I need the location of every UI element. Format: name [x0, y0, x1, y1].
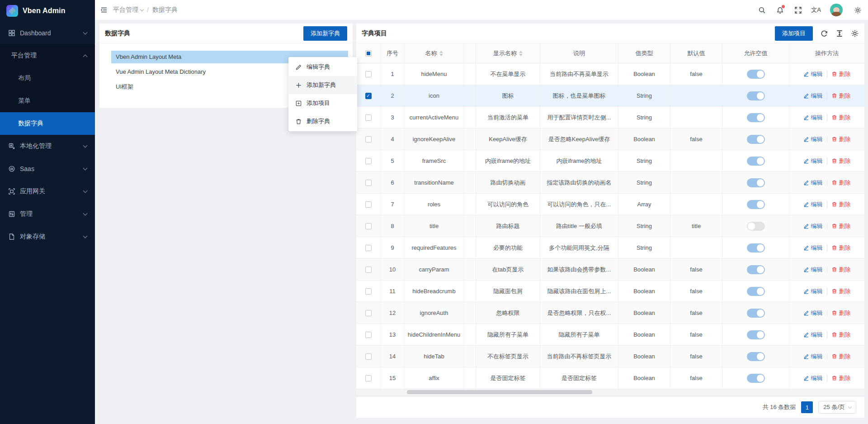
delete-link[interactable]: 删除: [831, 135, 851, 143]
avatar[interactable]: [830, 4, 843, 16]
gear-icon[interactable]: [854, 6, 862, 14]
row-checkbox[interactable]: [365, 201, 372, 208]
sidebar-item-9[interactable]: 对象存储: [0, 225, 95, 248]
allow-empty-toggle[interactable]: [747, 287, 765, 296]
edit-link[interactable]: 编辑: [803, 70, 823, 78]
allow-empty-toggle[interactable]: [747, 330, 765, 339]
select-all-checkbox[interactable]: [365, 50, 372, 57]
delete-link[interactable]: 删除: [831, 287, 851, 295]
search-icon[interactable]: [758, 6, 766, 14]
sidebar-item-6[interactable]: Saas: [0, 157, 95, 180]
allow-empty-toggle[interactable]: [747, 135, 765, 144]
sidebar-subitem-4[interactable]: 数据字典: [0, 112, 95, 135]
context-menu-item[interactable]: 添加项目: [288, 94, 357, 112]
delete-link[interactable]: 删除: [831, 157, 851, 165]
edit-link[interactable]: 编辑: [803, 374, 823, 382]
sidebar-subitem-2[interactable]: 布局: [0, 67, 95, 90]
panel-title: 数据字典: [105, 29, 130, 38]
allow-empty-toggle[interactable]: [747, 91, 765, 100]
fullscreen-icon[interactable]: [794, 6, 802, 14]
row-checkbox[interactable]: [365, 71, 372, 77]
delete-link[interactable]: 删除: [831, 179, 851, 187]
edit-link[interactable]: 编辑: [803, 309, 823, 317]
sidebar-item-5[interactable]: 本地化管理: [0, 135, 95, 157]
edit-link[interactable]: 编辑: [803, 92, 823, 100]
sidebar-item-7[interactable]: 应用网关: [0, 180, 95, 203]
delete-link[interactable]: 删除: [831, 266, 851, 274]
edit-link[interactable]: 编辑: [803, 200, 823, 209]
sidebar-subitem-3[interactable]: 菜单: [0, 90, 95, 112]
row-checkbox[interactable]: [365, 267, 372, 273]
edit-link[interactable]: 编辑: [803, 331, 823, 339]
row-checkbox[interactable]: [365, 114, 372, 121]
breadcrumb-item-platform[interactable]: 平台管理: [113, 6, 143, 14]
edit-link[interactable]: 编辑: [803, 114, 823, 122]
row-checkbox[interactable]: [365, 136, 372, 143]
delete-link[interactable]: 删除: [831, 353, 851, 361]
delete-link[interactable]: 删除: [831, 244, 851, 252]
row-height-icon[interactable]: [835, 29, 844, 38]
delete-link[interactable]: 删除: [831, 309, 851, 317]
context-menu-item[interactable]: 添加新字典: [288, 76, 357, 94]
context-menu-item[interactable]: 删除字典: [288, 112, 357, 130]
delete-link[interactable]: 删除: [831, 200, 851, 209]
bell-icon[interactable]: [776, 6, 784, 14]
row-checkbox[interactable]: [365, 375, 372, 381]
allow-empty-toggle[interactable]: [747, 157, 765, 166]
sort-carets-icon[interactable]: [439, 51, 443, 56]
allow-empty-toggle[interactable]: [747, 178, 765, 187]
context-menu-item[interactable]: 编辑字典: [288, 58, 357, 76]
row-checkbox[interactable]: [365, 332, 372, 338]
row-checkbox[interactable]: [365, 223, 372, 229]
delete-link[interactable]: 删除: [831, 70, 851, 78]
page-size-select[interactable]: 25 条/页: [818, 401, 856, 414]
allow-empty-toggle[interactable]: [747, 222, 765, 231]
edit-link[interactable]: 编辑: [803, 244, 823, 252]
refresh-icon[interactable]: [820, 29, 828, 38]
allow-empty-toggle[interactable]: [747, 243, 765, 252]
edit-link[interactable]: 编辑: [803, 157, 823, 165]
delete-link[interactable]: 删除: [831, 114, 851, 122]
chevron-down-icon: [83, 166, 88, 171]
allow-empty-toggle[interactable]: [747, 70, 765, 79]
row-checkbox[interactable]: [365, 310, 372, 316]
breadcrumb-item-dict[interactable]: 数据字典: [152, 6, 178, 14]
add-dictionary-button[interactable]: 添加新字典: [303, 26, 347, 41]
row-checkbox[interactable]: [365, 158, 372, 164]
allow-empty-toggle[interactable]: [747, 352, 765, 361]
page-number-button[interactable]: 1: [801, 401, 813, 413]
row-checkbox[interactable]: [365, 353, 372, 360]
table-toolbar: 添加项目: [775, 26, 859, 41]
delete-link[interactable]: 删除: [831, 222, 851, 230]
add-item-button[interactable]: 添加项目: [775, 26, 813, 41]
row-checkbox[interactable]: ✓: [365, 93, 372, 99]
edit-link[interactable]: 编辑: [803, 135, 823, 143]
allow-empty-toggle[interactable]: [747, 309, 765, 318]
edit-link[interactable]: 编辑: [803, 287, 823, 295]
sidebar-collapse-icon[interactable]: [95, 6, 113, 14]
translate-icon[interactable]: 文A: [812, 6, 820, 14]
row-checkbox[interactable]: [365, 180, 372, 186]
edit-link[interactable]: 编辑: [803, 266, 823, 274]
allow-empty-toggle[interactable]: [747, 374, 765, 383]
app-logo[interactable]: Vben Admin: [0, 0, 95, 22]
delete-link[interactable]: 删除: [831, 331, 851, 339]
delete-link[interactable]: 删除: [831, 374, 851, 382]
allow-empty-toggle[interactable]: [747, 200, 765, 209]
sidebar-item-dashboard[interactable]: Dashboard: [0, 22, 95, 44]
table-row: 9 requiredFeatures 必要的功能 多个功能间用英文,分隔 Str…: [356, 237, 864, 259]
sort-carets-icon[interactable]: [519, 51, 523, 56]
edit-link[interactable]: 编辑: [803, 222, 823, 230]
allow-empty-toggle[interactable]: [747, 113, 765, 122]
gear-icon[interactable]: [851, 29, 859, 38]
sidebar-item-8[interactable]: 管理: [0, 203, 95, 225]
row-checkbox[interactable]: [365, 245, 372, 251]
scrollbar-thumb[interactable]: [407, 390, 592, 394]
edit-link[interactable]: 编辑: [803, 353, 823, 361]
delete-link[interactable]: 删除: [831, 92, 851, 100]
edit-link[interactable]: 编辑: [803, 179, 823, 187]
sidebar-item-1[interactable]: 平台管理: [0, 44, 95, 67]
allow-empty-toggle[interactable]: [747, 265, 765, 274]
row-checkbox[interactable]: [365, 288, 372, 295]
column-label: 名称: [425, 49, 437, 57]
